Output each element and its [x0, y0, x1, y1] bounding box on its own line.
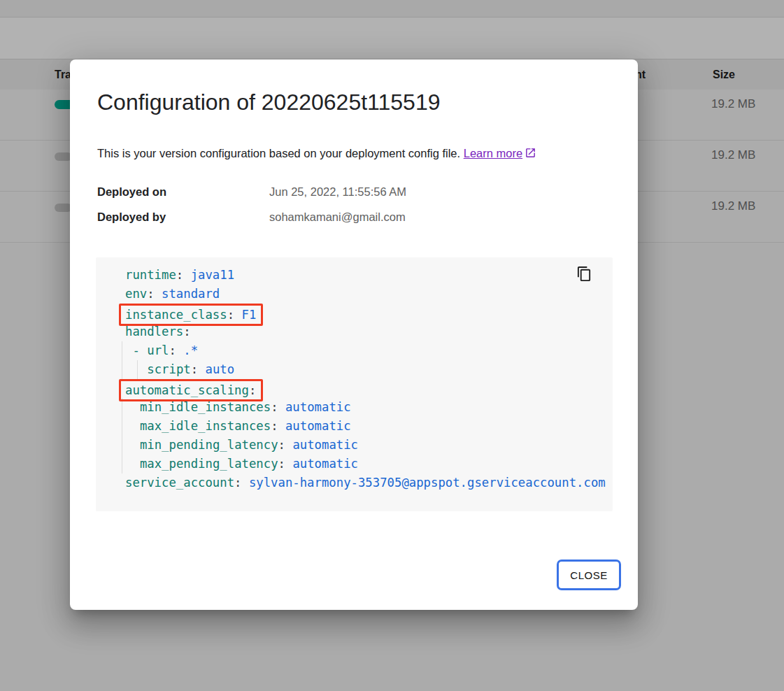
highlight-box: instance_class: F1	[119, 304, 263, 326]
code-line: env: standard	[96, 285, 613, 304]
code-line-content: automatic_scaling:	[125, 383, 263, 397]
deployed-on-value: Jun 25, 2022, 11:55:56 AM	[269, 185, 406, 199]
copy-button[interactable]	[575, 265, 593, 283]
indent-guide	[122, 417, 122, 436]
description-text: This is your version configuration based…	[97, 147, 464, 159]
dialog-description: This is your version configuration based…	[97, 145, 536, 163]
background-toolbar	[0, 0, 784, 17]
indent-guide	[122, 455, 122, 473]
code-line: service_account: sylvan-harmony-353705@a…	[96, 473, 613, 492]
open-in-new-icon[interactable]	[525, 146, 536, 163]
code-lines: runtime: java11env: standardinstance_cla…	[96, 266, 613, 492]
code-line: min_pending_latency: automatic	[96, 436, 613, 455]
deployed-by-label: Deployed by	[97, 211, 166, 224]
column-header-size: Size	[713, 69, 735, 81]
deployed-by-row: Deployed by sohamkamani@gmail.com	[97, 211, 608, 226]
dialog-title: Configuration of 20220625t115519	[97, 88, 440, 116]
highlight-box: automatic_scaling:	[119, 379, 263, 401]
code-line-content: - url: .*	[125, 343, 198, 357]
size-cell: 19.2 MB	[711, 199, 755, 213]
code-line-content: service_account: sylvan-harmony-353705@a…	[125, 476, 606, 490]
code-line-content: instance_class: F1	[125, 308, 263, 322]
deployed-on-label: Deployed on	[97, 185, 166, 199]
code-line: max_idle_instances: automatic	[96, 417, 613, 436]
size-cell: 19.2 MB	[711, 148, 755, 162]
code-line: runtime: java11	[96, 266, 613, 285]
column-header-traffic: Tra	[55, 69, 71, 81]
code-line-content: max_pending_latency: automatic	[125, 457, 358, 471]
code-line-content: min_pending_latency: automatic	[125, 438, 358, 452]
indent-guide	[137, 360, 138, 379]
size-cell: 19.2 MB	[711, 97, 755, 111]
code-line: script: auto	[96, 360, 613, 379]
code-line: instance_class: F1	[96, 304, 613, 322]
learn-more-link[interactable]: Learn more	[464, 147, 522, 159]
content-copy-icon	[576, 273, 592, 284]
code-line-content: max_idle_instances: automatic	[125, 419, 351, 433]
indent-guide	[122, 436, 122, 455]
deployed-by-value: sohamkamani@gmail.com	[269, 211, 406, 224]
code-line-content: handlers:	[125, 325, 191, 339]
configuration-dialog: Configuration of 20220625t115519 This is…	[70, 59, 638, 610]
code-line: max_pending_latency: automatic	[96, 455, 613, 473]
code-line-content: script: auto	[125, 362, 234, 376]
code-line-content: env: standard	[125, 287, 220, 301]
code-line-content: min_idle_instances: automatic	[125, 400, 351, 414]
deployed-on-row: Deployed on Jun 25, 2022, 11:55:56 AM	[97, 185, 608, 201]
background-band	[0, 17, 784, 59]
code-line: automatic_scaling:	[96, 379, 613, 398]
code-line: - url: .*	[96, 341, 613, 360]
code-line-content: runtime: java11	[125, 268, 234, 282]
indent-guide	[122, 341, 122, 360]
yaml-config-codeblock: runtime: java11env: standardinstance_cla…	[96, 257, 613, 511]
close-button[interactable]: CLOSE	[557, 560, 621, 590]
indent-guide	[122, 360, 122, 379]
